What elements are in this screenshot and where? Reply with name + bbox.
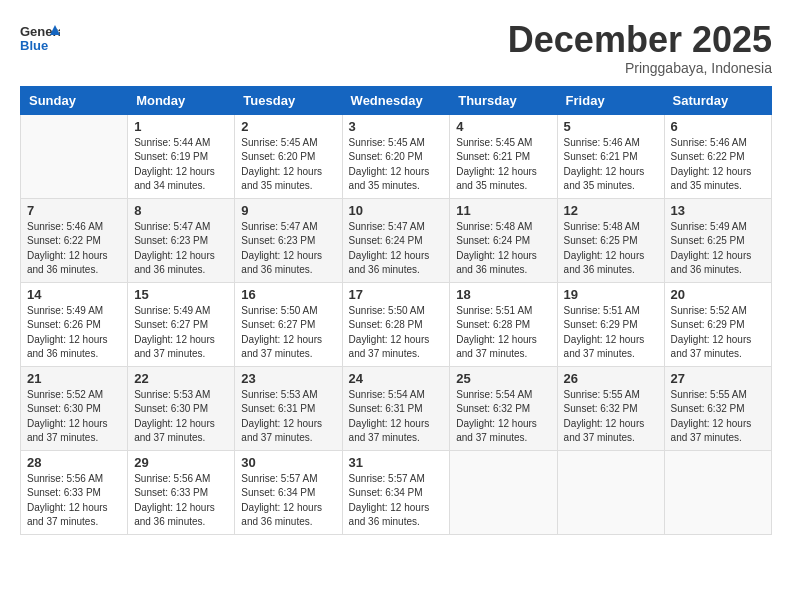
calendar-day-cell: 29Sunrise: 5:56 AM Sunset: 6:33 PM Dayli… (128, 450, 235, 534)
day-info: Sunrise: 5:45 AM Sunset: 6:20 PM Dayligh… (241, 136, 335, 194)
day-number: 18 (456, 287, 550, 302)
day-info: Sunrise: 5:47 AM Sunset: 6:23 PM Dayligh… (241, 220, 335, 278)
day-number: 26 (564, 371, 658, 386)
day-number: 8 (134, 203, 228, 218)
day-number: 2 (241, 119, 335, 134)
calendar-header-thursday: Thursday (450, 86, 557, 114)
day-number: 4 (456, 119, 550, 134)
day-number: 14 (27, 287, 121, 302)
day-info: Sunrise: 5:47 AM Sunset: 6:23 PM Dayligh… (134, 220, 228, 278)
day-info: Sunrise: 5:56 AM Sunset: 6:33 PM Dayligh… (27, 472, 121, 530)
calendar-day-cell: 17Sunrise: 5:50 AM Sunset: 6:28 PM Dayli… (342, 282, 450, 366)
day-number: 22 (134, 371, 228, 386)
calendar-day-cell: 27Sunrise: 5:55 AM Sunset: 6:32 PM Dayli… (664, 366, 771, 450)
svg-text:Blue: Blue (20, 38, 48, 53)
day-info: Sunrise: 5:51 AM Sunset: 6:29 PM Dayligh… (564, 304, 658, 362)
day-info: Sunrise: 5:54 AM Sunset: 6:31 PM Dayligh… (349, 388, 444, 446)
day-info: Sunrise: 5:51 AM Sunset: 6:28 PM Dayligh… (456, 304, 550, 362)
day-info: Sunrise: 5:57 AM Sunset: 6:34 PM Dayligh… (241, 472, 335, 530)
day-info: Sunrise: 5:47 AM Sunset: 6:24 PM Dayligh… (349, 220, 444, 278)
calendar-day-cell: 4Sunrise: 5:45 AM Sunset: 6:21 PM Daylig… (450, 114, 557, 198)
day-info: Sunrise: 5:56 AM Sunset: 6:33 PM Dayligh… (134, 472, 228, 530)
calendar-day-cell (450, 450, 557, 534)
calendar-day-cell: 31Sunrise: 5:57 AM Sunset: 6:34 PM Dayli… (342, 450, 450, 534)
calendar-day-cell: 24Sunrise: 5:54 AM Sunset: 6:31 PM Dayli… (342, 366, 450, 450)
calendar-header-monday: Monday (128, 86, 235, 114)
calendar-day-cell: 20Sunrise: 5:52 AM Sunset: 6:29 PM Dayli… (664, 282, 771, 366)
calendar-day-cell: 23Sunrise: 5:53 AM Sunset: 6:31 PM Dayli… (235, 366, 342, 450)
day-number: 16 (241, 287, 335, 302)
calendar-header-sunday: Sunday (21, 86, 128, 114)
calendar-day-cell (21, 114, 128, 198)
day-number: 23 (241, 371, 335, 386)
calendar-day-cell: 26Sunrise: 5:55 AM Sunset: 6:32 PM Dayli… (557, 366, 664, 450)
calendar-day-cell: 3Sunrise: 5:45 AM Sunset: 6:20 PM Daylig… (342, 114, 450, 198)
calendar-day-cell: 1Sunrise: 5:44 AM Sunset: 6:19 PM Daylig… (128, 114, 235, 198)
day-info: Sunrise: 5:49 AM Sunset: 6:25 PM Dayligh… (671, 220, 765, 278)
calendar-day-cell: 19Sunrise: 5:51 AM Sunset: 6:29 PM Dayli… (557, 282, 664, 366)
day-number: 15 (134, 287, 228, 302)
calendar-day-cell: 9Sunrise: 5:47 AM Sunset: 6:23 PM Daylig… (235, 198, 342, 282)
day-info: Sunrise: 5:48 AM Sunset: 6:24 PM Dayligh… (456, 220, 550, 278)
day-number: 27 (671, 371, 765, 386)
calendar-day-cell: 14Sunrise: 5:49 AM Sunset: 6:26 PM Dayli… (21, 282, 128, 366)
day-number: 9 (241, 203, 335, 218)
day-number: 11 (456, 203, 550, 218)
calendar-day-cell: 7Sunrise: 5:46 AM Sunset: 6:22 PM Daylig… (21, 198, 128, 282)
calendar-week-row: 14Sunrise: 5:49 AM Sunset: 6:26 PM Dayli… (21, 282, 772, 366)
calendar-day-cell: 15Sunrise: 5:49 AM Sunset: 6:27 PM Dayli… (128, 282, 235, 366)
day-info: Sunrise: 5:53 AM Sunset: 6:30 PM Dayligh… (134, 388, 228, 446)
calendar-header-row: SundayMondayTuesdayWednesdayThursdayFrid… (21, 86, 772, 114)
calendar-day-cell: 25Sunrise: 5:54 AM Sunset: 6:32 PM Dayli… (450, 366, 557, 450)
day-number: 1 (134, 119, 228, 134)
day-info: Sunrise: 5:52 AM Sunset: 6:30 PM Dayligh… (27, 388, 121, 446)
day-info: Sunrise: 5:54 AM Sunset: 6:32 PM Dayligh… (456, 388, 550, 446)
calendar-header-wednesday: Wednesday (342, 86, 450, 114)
day-number: 20 (671, 287, 765, 302)
day-number: 6 (671, 119, 765, 134)
calendar-day-cell: 13Sunrise: 5:49 AM Sunset: 6:25 PM Dayli… (664, 198, 771, 282)
calendar-day-cell: 6Sunrise: 5:46 AM Sunset: 6:22 PM Daylig… (664, 114, 771, 198)
day-number: 25 (456, 371, 550, 386)
day-number: 28 (27, 455, 121, 470)
day-number: 17 (349, 287, 444, 302)
day-number: 13 (671, 203, 765, 218)
calendar-table: SundayMondayTuesdayWednesdayThursdayFrid… (20, 86, 772, 535)
day-info: Sunrise: 5:53 AM Sunset: 6:31 PM Dayligh… (241, 388, 335, 446)
logo-icon: General Blue (20, 20, 60, 55)
day-info: Sunrise: 5:52 AM Sunset: 6:29 PM Dayligh… (671, 304, 765, 362)
day-number: 12 (564, 203, 658, 218)
day-info: Sunrise: 5:48 AM Sunset: 6:25 PM Dayligh… (564, 220, 658, 278)
location: Pringgabaya, Indonesia (508, 60, 772, 76)
logo: General Blue (20, 20, 62, 55)
calendar-day-cell: 21Sunrise: 5:52 AM Sunset: 6:30 PM Dayli… (21, 366, 128, 450)
day-info: Sunrise: 5:55 AM Sunset: 6:32 PM Dayligh… (671, 388, 765, 446)
calendar-day-cell (557, 450, 664, 534)
calendar-week-row: 21Sunrise: 5:52 AM Sunset: 6:30 PM Dayli… (21, 366, 772, 450)
day-number: 24 (349, 371, 444, 386)
calendar-day-cell: 22Sunrise: 5:53 AM Sunset: 6:30 PM Dayli… (128, 366, 235, 450)
calendar-day-cell: 10Sunrise: 5:47 AM Sunset: 6:24 PM Dayli… (342, 198, 450, 282)
day-number: 31 (349, 455, 444, 470)
calendar-day-cell: 11Sunrise: 5:48 AM Sunset: 6:24 PM Dayli… (450, 198, 557, 282)
calendar-day-cell: 12Sunrise: 5:48 AM Sunset: 6:25 PM Dayli… (557, 198, 664, 282)
calendar-day-cell: 16Sunrise: 5:50 AM Sunset: 6:27 PM Dayli… (235, 282, 342, 366)
day-number: 29 (134, 455, 228, 470)
month-title: December 2025 (508, 20, 772, 60)
day-number: 3 (349, 119, 444, 134)
day-info: Sunrise: 5:50 AM Sunset: 6:27 PM Dayligh… (241, 304, 335, 362)
day-info: Sunrise: 5:46 AM Sunset: 6:21 PM Dayligh… (564, 136, 658, 194)
day-number: 21 (27, 371, 121, 386)
day-number: 30 (241, 455, 335, 470)
calendar-day-cell: 30Sunrise: 5:57 AM Sunset: 6:34 PM Dayli… (235, 450, 342, 534)
day-info: Sunrise: 5:55 AM Sunset: 6:32 PM Dayligh… (564, 388, 658, 446)
calendar-header-friday: Friday (557, 86, 664, 114)
day-number: 5 (564, 119, 658, 134)
calendar-day-cell: 2Sunrise: 5:45 AM Sunset: 6:20 PM Daylig… (235, 114, 342, 198)
calendar-day-cell: 8Sunrise: 5:47 AM Sunset: 6:23 PM Daylig… (128, 198, 235, 282)
calendar-week-row: 28Sunrise: 5:56 AM Sunset: 6:33 PM Dayli… (21, 450, 772, 534)
day-info: Sunrise: 5:57 AM Sunset: 6:34 PM Dayligh… (349, 472, 444, 530)
calendar-day-cell: 28Sunrise: 5:56 AM Sunset: 6:33 PM Dayli… (21, 450, 128, 534)
day-info: Sunrise: 5:49 AM Sunset: 6:27 PM Dayligh… (134, 304, 228, 362)
day-info: Sunrise: 5:49 AM Sunset: 6:26 PM Dayligh… (27, 304, 121, 362)
